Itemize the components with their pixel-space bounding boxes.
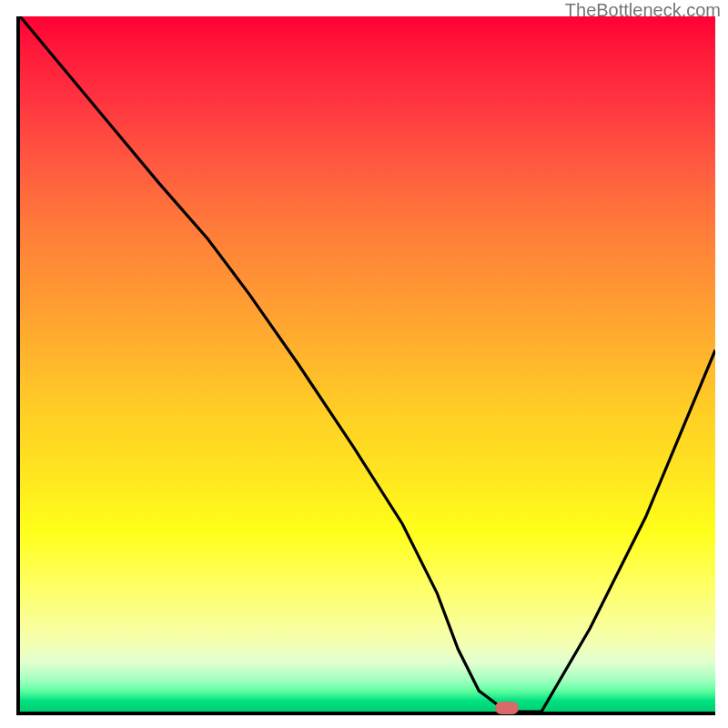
plot-area [16,16,715,715]
gradient-background [20,16,715,712]
watermark-text: TheBottleneck.com [565,0,721,21]
chart-container: TheBottleneck.com [0,0,728,728]
optimal-marker-icon [495,702,519,714]
